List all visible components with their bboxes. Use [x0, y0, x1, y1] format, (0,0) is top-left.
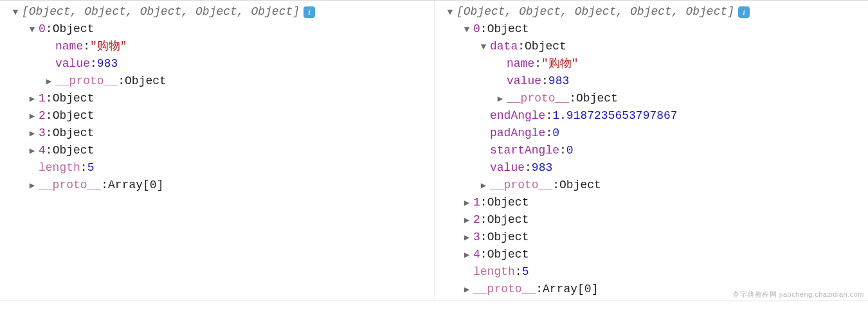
info-icon[interactable]: i	[738, 6, 750, 18]
chevron-right-icon[interactable]: ▶	[462, 249, 472, 262]
prop-value: Object	[53, 142, 95, 159]
prop-value: Object	[525, 38, 566, 55]
prop-key: __proto__	[507, 90, 569, 107]
prop-key: length	[473, 263, 515, 281]
chevron-right-icon[interactable]: ▶	[27, 145, 37, 158]
tree-row-index-4[interactable]: ▶ 4 : Object	[440, 246, 868, 263]
chevron-right-icon[interactable]: ▶	[44, 75, 54, 89]
tree-row-index-1[interactable]: ▶ 1 : Object	[5, 90, 434, 107]
prop-value: Object	[53, 107, 95, 125]
prop-value: 983	[97, 55, 118, 73]
chevron-right-icon[interactable]: ▶	[462, 214, 472, 227]
prop-key: 2	[473, 211, 480, 229]
prop-value: Array[0]	[108, 177, 163, 194]
chevron-down-icon[interactable]: ▼	[27, 23, 37, 37]
prop-key: padAngle	[490, 125, 545, 142]
tree-row-data-proto[interactable]: ▶ __proto__ : Object	[440, 90, 868, 107]
prop-key: 0	[39, 21, 46, 38]
prop-key: length	[39, 159, 80, 177]
prop-value: 0	[566, 142, 574, 159]
chevron-right-icon[interactable]: ▶	[478, 179, 489, 193]
prop-key: 1	[473, 194, 480, 211]
tree-row-startangle[interactable]: startAngle : 0	[440, 142, 868, 159]
prop-value: 983	[548, 73, 569, 90]
chevron-right-icon[interactable]: ▶	[27, 127, 37, 141]
prop-value: Object	[487, 21, 529, 38]
array-summary: [Object, Object, Object, Object, Object]	[457, 3, 734, 21]
prop-value: Object	[53, 125, 95, 142]
tree-row-proto[interactable]: ▶ __proto__ : Object	[440, 177, 868, 194]
watermark: 查字典教程网 jiaocheng.chazidian.com	[732, 289, 864, 300]
prop-key: __proto__	[490, 177, 552, 194]
tree-row-index-1[interactable]: ▶ 1 : Object	[440, 194, 868, 211]
tree-row-proto[interactable]: ▶ __proto__ : Object	[5, 73, 434, 90]
prop-value: 5	[87, 159, 95, 177]
array-header-row[interactable]: ▼ [Object, Object, Object, Object, Objec…	[440, 3, 868, 21]
prop-key: 4	[473, 246, 480, 263]
tree-row-index-4[interactable]: ▶ 4 : Object	[5, 142, 434, 159]
prop-value: Object	[487, 246, 529, 263]
prop-key: data	[490, 38, 518, 55]
chevron-right-icon[interactable]: ▶	[27, 179, 37, 193]
tree-row-length[interactable]: length : 5	[5, 159, 434, 177]
chevron-right-icon[interactable]: ▶	[462, 283, 472, 297]
prop-value: Array[0]	[543, 281, 598, 298]
prop-key: name	[507, 55, 534, 73]
prop-value: Object	[53, 90, 95, 107]
chevron-right-icon[interactable]: ▶	[27, 110, 37, 123]
tree-row-data[interactable]: ▼ data : Object	[440, 38, 868, 55]
prop-key: value	[490, 159, 525, 177]
chevron-down-icon[interactable]: ▼	[462, 23, 472, 37]
prop-key: __proto__	[55, 73, 118, 90]
prop-value: Object	[487, 229, 529, 246]
chevron-right-icon[interactable]: ▶	[495, 92, 505, 106]
prop-key: value	[507, 73, 541, 90]
tree-row-index-0[interactable]: ▼ 0 : Object	[440, 21, 868, 38]
info-icon[interactable]: i	[303, 6, 315, 18]
tree-row-index-0[interactable]: ▼ 0 : Object	[5, 21, 434, 38]
prop-value: Object	[487, 194, 529, 211]
chevron-down-icon[interactable]: ▼	[478, 40, 489, 54]
prop-key: name	[55, 38, 83, 55]
prop-key: startAngle	[490, 142, 559, 159]
tree-row-index-2[interactable]: ▶ 2 : Object	[5, 107, 434, 125]
chevron-right-icon[interactable]: ▶	[462, 197, 472, 210]
array-header-row[interactable]: ▼ [Object, Object, Object, Object, Objec…	[5, 3, 434, 21]
prop-value: 5	[522, 263, 529, 281]
prop-key: 1	[39, 90, 46, 107]
chevron-right-icon[interactable]: ▶	[27, 92, 37, 106]
tree-row-data-name[interactable]: name : "购物"	[440, 55, 868, 73]
prop-value: Object	[125, 73, 167, 90]
prop-value: 983	[532, 159, 552, 177]
tree-row-index-2[interactable]: ▶ 2 : Object	[440, 211, 868, 229]
tree-row-padangle[interactable]: padAngle : 0	[440, 125, 868, 142]
chevron-down-icon[interactable]: ▼	[445, 6, 455, 19]
tree-row-value[interactable]: value : 983	[5, 55, 434, 73]
tree-row-data-value[interactable]: value : 983	[440, 73, 868, 90]
prop-key: 3	[473, 229, 480, 246]
prop-value: Object	[53, 21, 95, 38]
prop-value: Object	[576, 90, 618, 107]
console-panes: ▼ [Object, Object, Object, Object, Objec…	[0, 0, 868, 301]
console-pane-right: ▼ [Object, Object, Object, Object, Objec…	[434, 1, 868, 301]
prop-value: Object	[487, 211, 529, 229]
tree-row-endangle[interactable]: endAngle : 1.9187235653797867	[440, 107, 868, 125]
tree-row-proto-array[interactable]: ▶ __proto__ : Array[0]	[5, 177, 434, 194]
prop-key: 4	[39, 142, 46, 159]
chevron-down-icon[interactable]: ▼	[10, 6, 21, 19]
prop-key: value	[55, 55, 90, 73]
tree-row-name[interactable]: name : "购物"	[5, 38, 434, 55]
prop-value: "购物"	[541, 55, 579, 73]
prop-value: 1.9187235653797867	[552, 107, 677, 125]
tree-row-value[interactable]: value : 983	[440, 159, 868, 177]
tree-row-index-3[interactable]: ▶ 3 : Object	[5, 125, 434, 142]
prop-key: __proto__	[39, 177, 101, 194]
tree-row-index-3[interactable]: ▶ 3 : Object	[440, 229, 868, 246]
chevron-right-icon[interactable]: ▶	[462, 231, 472, 245]
prop-key: __proto__	[473, 281, 536, 298]
prop-key: 3	[39, 125, 46, 142]
tree-row-length[interactable]: length : 5	[440, 263, 868, 281]
prop-key: endAngle	[490, 107, 545, 125]
prop-key: 0	[473, 21, 480, 38]
prop-value: "购物"	[90, 38, 127, 55]
